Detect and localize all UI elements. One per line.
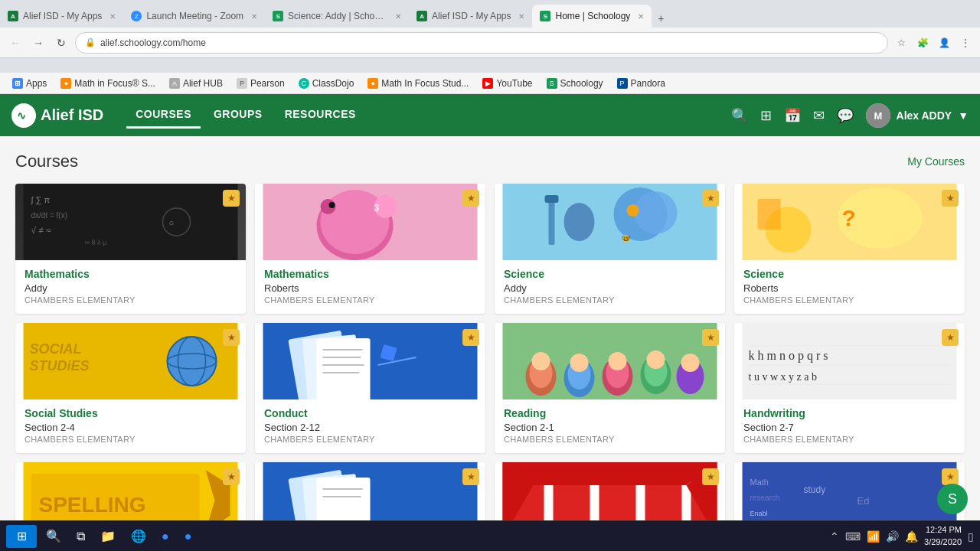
- course-name: Reading: [504, 407, 716, 419]
- nav-resources[interactable]: RESOURCES: [276, 102, 365, 129]
- bookmark-classdojo[interactable]: C ClassDojo: [292, 77, 361, 90]
- bookmark-youtube[interactable]: ▶ YouTube: [476, 77, 538, 90]
- tab-close[interactable]: ✕: [395, 12, 401, 21]
- course-teacher: Addy: [24, 282, 237, 294]
- svg-text:○: ○: [169, 218, 175, 227]
- star-icon: ★: [942, 468, 959, 485]
- taskbar-chrome[interactable]: ●: [155, 525, 175, 548]
- star-icon: ★: [942, 329, 959, 346]
- bookmark-math-focus-2[interactable]: ● Math In Focus Stud...: [361, 77, 475, 90]
- bookmark-schoology[interactable]: S Schoology: [541, 77, 609, 90]
- course-teacher: Section 2-1: [504, 422, 716, 433]
- bookmark-math-focus[interactable]: ● Math in Focus® S...: [54, 77, 162, 90]
- course-school: CHAMBERS ELEMENTARY: [264, 435, 476, 444]
- tab-home-schoology[interactable]: S Home | Schoology ✕: [532, 5, 652, 28]
- new-tab-button[interactable]: +: [652, 9, 670, 28]
- svg-text:?: ?: [842, 205, 856, 230]
- back-button[interactable]: ←: [6, 34, 24, 52]
- svg-rect-39: [317, 338, 371, 399]
- search-icon[interactable]: 🔍: [731, 107, 748, 124]
- schoology-logo[interactable]: ∿ Alief ISD: [11, 103, 103, 128]
- address-bar[interactable]: 🔒 alief.schoology.com/home: [75, 32, 888, 54]
- star-icon: ★: [702, 468, 719, 485]
- course-card-handwriting[interactable]: k h m n o p q r st u v w x y z a b ★ Han…: [734, 323, 965, 453]
- course-grid: ∫ ∑ πdx/dt = f(x)√ ≠ ≈∞ θ λ μ○ ★ Mathema…: [15, 184, 965, 551]
- taskbar-ie[interactable]: 🌐: [125, 525, 152, 548]
- bookmark-pandora[interactable]: P Pandora: [611, 77, 671, 90]
- tab-zoom[interactable]: Z Launch Meeting - Zoom ✕: [123, 5, 265, 28]
- keyboard-icon[interactable]: ⌨: [845, 530, 861, 543]
- bookmark-alief-hub[interactable]: A Alief HUB: [163, 77, 229, 90]
- grid-icon[interactable]: ⊞: [760, 107, 772, 124]
- chat-icon[interactable]: 💬: [837, 107, 854, 124]
- course-card-science-roberts[interactable]: ? ★ Science Roberts CHAMBERS ELEMENTARY: [734, 184, 965, 314]
- bookmark-star-icon[interactable]: ☆: [893, 34, 910, 51]
- taskbar-file-explorer[interactable]: 📁: [94, 525, 122, 548]
- notification-icon[interactable]: 🔔: [905, 530, 918, 543]
- tab-alief-1[interactable]: A Alief ISD - My Apps ✕: [0, 5, 123, 28]
- up-arrow-icon[interactable]: ⌃: [830, 530, 839, 543]
- courses-header: Courses My Courses: [15, 152, 965, 171]
- taskbar-search[interactable]: 🔍: [40, 525, 67, 548]
- course-card-conduct[interactable]: ★ Conduct Section 2-12 CHAMBERS ELEMENTA…: [255, 323, 485, 453]
- bookmark-label: Schoology: [560, 78, 603, 89]
- svg-text:Ed: Ed: [858, 495, 870, 507]
- network-icon[interactable]: 📶: [867, 530, 880, 543]
- user-menu[interactable]: M Alex ADDY ▼: [866, 103, 969, 128]
- mail-icon[interactable]: ✉: [813, 107, 825, 124]
- taskbar-clock[interactable]: 12:24 PM 3/29/2020: [924, 524, 962, 548]
- course-school: CHAMBERS ELEMENTARY: [504, 435, 716, 444]
- bookmark-label: Math In Focus Stud...: [381, 78, 469, 89]
- bookmark-apps[interactable]: ⊞ Apps: [6, 77, 53, 90]
- forward-button[interactable]: →: [29, 34, 47, 52]
- bookmarks-bar: ⊞ Apps ● Math in Focus® S... A Alief HUB…: [0, 73, 980, 94]
- calendar-icon[interactable]: 📅: [784, 107, 801, 124]
- tab-science-addy[interactable]: S Science: Addy | Schoology ✕: [265, 5, 409, 28]
- star-icon: ★: [462, 329, 479, 346]
- svg-text:t u v w x y z a b: t u v w x y z a b: [749, 371, 817, 383]
- lock-icon: 🔒: [85, 37, 96, 47]
- tab-close[interactable]: ✕: [251, 12, 257, 21]
- taskbar-zoom[interactable]: ●: [178, 525, 198, 548]
- refresh-button[interactable]: ↻: [52, 34, 70, 52]
- nav-right: 🔍 ⊞ 📅 ✉ 💬 M Alex ADDY ▼: [731, 103, 969, 128]
- tab-label: Alief ISD - My Apps: [432, 11, 511, 21]
- volume-icon[interactable]: 🔊: [886, 530, 899, 543]
- course-card-math-addy[interactable]: ∫ ∑ πdx/dt = f(x)√ ≠ ≈∞ θ λ μ○ ★ Mathema…: [15, 184, 246, 314]
- star-icon: ★: [942, 190, 959, 207]
- more-icon[interactable]: ⋮: [957, 34, 974, 51]
- account-icon[interactable]: 👤: [936, 34, 952, 51]
- tab-close[interactable]: ✕: [518, 12, 524, 21]
- svg-point-16: [329, 202, 335, 208]
- star-icon: ★: [462, 468, 479, 485]
- svg-text:SOCIAL: SOCIAL: [30, 341, 82, 357]
- course-card-social-studies[interactable]: SOCIALSTUDiES ★ Social Studies Section 2…: [15, 323, 246, 453]
- bookmark-pearson[interactable]: P Pearson: [230, 77, 291, 90]
- nav-groups[interactable]: GROUPS: [204, 102, 272, 129]
- taskbar-task-view[interactable]: ⧉: [70, 525, 91, 548]
- tab-close[interactable]: ✕: [109, 12, 116, 21]
- bookmark-label: Math in Focus® S...: [74, 78, 155, 89]
- course-name: Handwriting: [743, 407, 956, 419]
- bookmark-label: Alief HUB: [183, 78, 223, 89]
- nav-links: COURSES GROUPS RESOURCES: [126, 102, 365, 129]
- svg-rect-29: [758, 199, 781, 230]
- browser-chrome: A Alief ISD - My Apps ✕ Z Launch Meeting…: [0, 0, 980, 73]
- tab-label: Home | Schoology: [555, 11, 630, 21]
- tab-alief-2[interactable]: A Alief ISD - My Apps ✕: [409, 5, 532, 28]
- course-name: Mathematics: [24, 268, 237, 280]
- schoology-navbar: ∿ Alief ISD COURSES GROUPS RESOURCES 🔍 ⊞…: [0, 94, 980, 136]
- start-button[interactable]: ⊞: [6, 525, 37, 548]
- schoology-chat-bubble[interactable]: S: [937, 484, 968, 514]
- course-card-reading[interactable]: ★ Reading Section 2-1 CHAMBERS ELEMENTAR…: [495, 323, 725, 453]
- course-school: CHAMBERS ELEMENTARY: [264, 295, 476, 305]
- course-card-science-addy[interactable]: 🤓 ★ Science Addy CHAMBERS ELEMENTARY: [495, 184, 725, 314]
- my-courses-link[interactable]: My Courses: [907, 155, 965, 168]
- show-desktop-icon[interactable]: ▯: [968, 530, 974, 543]
- course-card-math-roberts[interactable]: 3 ★ Mathematics Roberts CHAMBERS ELEMENT…: [255, 184, 485, 314]
- extensions-icon[interactable]: 🧩: [914, 34, 931, 51]
- course-name: Conduct: [264, 407, 476, 419]
- svg-text:research: research: [750, 494, 780, 502]
- tab-close[interactable]: ✕: [638, 12, 644, 21]
- nav-courses[interactable]: COURSES: [126, 102, 201, 129]
